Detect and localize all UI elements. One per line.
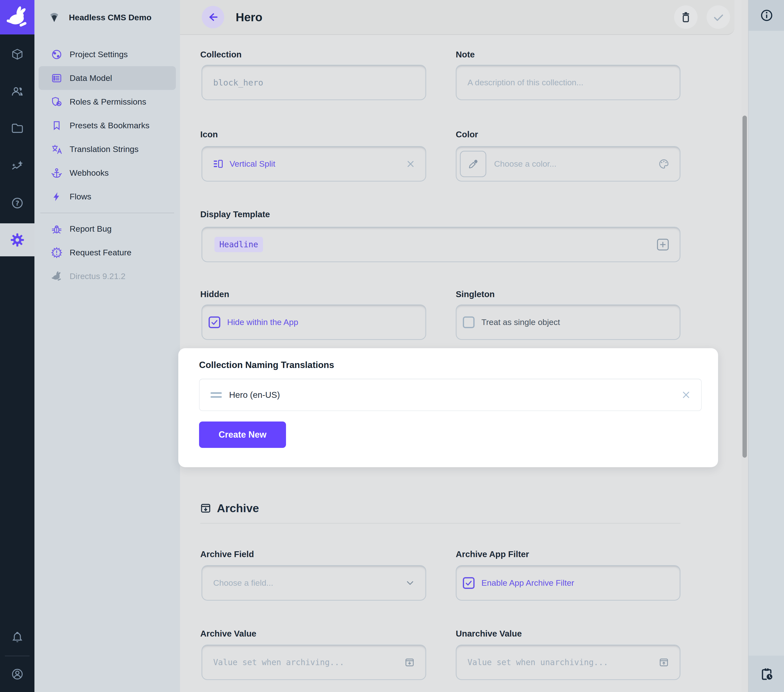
archive-field-placeholder: Choose a field...	[213, 578, 273, 588]
folder-icon	[11, 122, 24, 135]
nav-item-label: Presets & Bookmarks	[69, 121, 150, 130]
palette-button[interactable]	[658, 159, 669, 170]
add-template-field-button[interactable]	[656, 238, 669, 251]
list-alt-icon	[51, 73, 62, 84]
files-module-button[interactable]	[0, 122, 35, 135]
project-header[interactable]: Headless CMS Demo	[35, 0, 180, 35]
nav-item-data-model[interactable]: Data Model	[39, 66, 176, 90]
note-label: Note	[456, 50, 475, 59]
scrollbar-thumb[interactable]	[743, 116, 747, 457]
rabbit-icon	[5, 5, 30, 30]
account-circle-icon	[11, 668, 24, 680]
box-icon	[11, 48, 24, 61]
nav-item-presets-bookmarks[interactable]: Presets & Bookmarks	[35, 114, 180, 137]
archive-field-label: Archive Field	[200, 549, 254, 559]
remove-translation-button[interactable]	[681, 390, 691, 400]
close-icon	[681, 390, 691, 400]
create-new-label: Create New	[219, 429, 267, 440]
archive-value-label: Archive Value	[200, 629, 257, 639]
checkbox-checked-icon[interactable]	[209, 316, 220, 328]
page-header: Hero	[180, 0, 735, 35]
directus-logo[interactable]	[0, 0, 35, 35]
color-input[interactable]: Choose a color...	[456, 146, 680, 182]
archive-down-icon	[404, 657, 415, 668]
singleton-label: Singleton	[456, 289, 494, 299]
plus-box-icon	[656, 238, 669, 251]
drag-handle-icon[interactable]	[211, 392, 222, 398]
collection-input[interactable]: block_hero	[201, 65, 426, 100]
bug-icon	[51, 223, 62, 235]
nav-item-report-bug[interactable]: Report Bug	[35, 217, 180, 241]
translation-list-item[interactable]: Hero (en-US)	[199, 379, 702, 411]
save-button[interactable]	[707, 5, 730, 29]
note-input[interactable]: A description of this collection...	[456, 65, 680, 100]
nav-item-label: Report Bug	[69, 224, 112, 234]
module-bar: ?	[0, 0, 35, 692]
collection-value: block_hero	[213, 78, 263, 88]
nav-item-label: Webhooks	[69, 168, 109, 178]
nav-version-row: Directus 9.21.2	[35, 264, 180, 288]
eyedropper-button[interactable]	[460, 151, 486, 177]
directus-rabbit-icon	[51, 271, 62, 282]
revisions-sidebar-button[interactable]	[749, 656, 784, 692]
nav-item-webhooks[interactable]: Webhooks	[35, 161, 180, 185]
settings-module-button[interactable]	[0, 223, 35, 256]
archive-value-icon-button[interactable]	[404, 657, 415, 668]
checkbox-checked-icon[interactable]	[463, 577, 474, 589]
account-button[interactable]	[0, 668, 35, 680]
check-icon	[712, 11, 725, 23]
unarchive-value-icon-button[interactable]	[658, 657, 669, 668]
svg-text:?: ?	[15, 200, 19, 207]
anchor-icon	[51, 167, 62, 178]
icon-value: Vertical Split	[230, 159, 275, 168]
app-screen: ?	[0, 0, 784, 692]
users-module-button[interactable]	[0, 85, 35, 98]
archive-value-input[interactable]: Value set when archiving...	[201, 644, 426, 680]
checkbox-unchecked-icon[interactable]	[463, 316, 474, 328]
nav-item-project-settings[interactable]: Project Settings	[35, 43, 180, 66]
version-label: Directus 9.21.2	[69, 271, 125, 281]
nav-item-roles-permissions[interactable]: Roles & Permissions	[35, 90, 180, 114]
archive-field-dropdown-button[interactable]	[405, 578, 415, 588]
hidden-input[interactable]: Hide within the App	[201, 304, 426, 340]
singleton-input[interactable]: Treat as single object	[456, 304, 680, 340]
eyedropper-icon	[468, 159, 479, 170]
info-icon	[760, 8, 774, 22]
color-placeholder: Choose a color...	[494, 159, 557, 168]
nav-item-label: Flows	[69, 192, 91, 201]
globe-icon	[51, 49, 62, 60]
people-icon	[11, 85, 24, 98]
display-template-input[interactable]: Headline	[201, 227, 680, 262]
translation-item-text: Hero (en-US)	[229, 390, 280, 400]
archive-app-filter-label: Archive App Filter	[456, 549, 529, 559]
modulebar-divider	[5, 656, 30, 656]
archive-icon	[200, 502, 211, 514]
notifications-button[interactable]	[0, 631, 35, 644]
vertical-split-icon	[212, 159, 224, 170]
help-module-button[interactable]: ?	[0, 197, 35, 210]
icon-input[interactable]: Vertical Split	[201, 146, 426, 182]
archive-field-select[interactable]: Choose a field...	[201, 565, 426, 601]
insights-module-button[interactable]	[0, 160, 35, 172]
info-sidebar-button[interactable]	[749, 0, 784, 31]
unarchive-value-input[interactable]: Value set when unarchiving...	[456, 644, 680, 680]
new-releases-icon	[51, 247, 62, 258]
chevron-down-icon	[405, 578, 415, 588]
close-icon	[406, 159, 415, 168]
delete-collection-button[interactable]	[674, 5, 698, 29]
project-name: Headless CMS Demo	[69, 13, 152, 22]
nav-item-translation-strings[interactable]: Translation Strings	[35, 137, 180, 161]
archive-divider	[200, 523, 680, 524]
content-module-button[interactable]	[0, 48, 35, 61]
nav-item-flows[interactable]: Flows	[35, 185, 180, 208]
bolt-icon	[51, 191, 62, 202]
back-button[interactable]	[202, 6, 224, 28]
arrow-left-icon	[207, 11, 219, 23]
display-template-label: Display Template	[200, 210, 270, 219]
template-field-chip[interactable]: Headline	[214, 237, 263, 252]
create-new-button[interactable]: Create New	[199, 421, 286, 448]
archive-app-filter-input[interactable]: Enable App Archive Filter	[456, 565, 680, 601]
note-placeholder: A description of this collection...	[468, 78, 583, 87]
icon-clear-button[interactable]	[406, 159, 415, 168]
nav-item-request-feature[interactable]: Request Feature	[35, 241, 180, 264]
